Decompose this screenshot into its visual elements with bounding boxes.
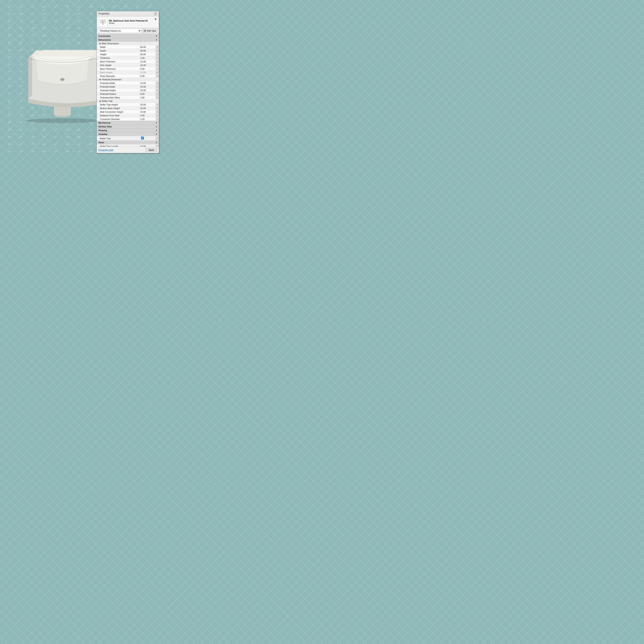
item-name: RD_Bathroom Sink Semi Pedestal 02 — [109, 20, 152, 22]
prop-row-bottom-body-height: Bottom Body Height 15.00 ▪ — [97, 106, 159, 110]
wall-connection-height-label: Wall Connection Height — [97, 110, 139, 114]
visibility-row-bottle-trap: Bottle Trap ▪ — [97, 136, 159, 140]
bottle-trap-height-side-btn[interactable]: ▪ — [156, 103, 159, 106]
connector-diameter-label: Connector Diameter — [97, 118, 139, 121]
bottle-trap-checkbox-container[interactable] — [139, 136, 156, 140]
pedestal-dim-arrow: ▶ — [100, 78, 101, 81]
depth-side-btn[interactable]: ▪ — [156, 49, 159, 52]
constraints-collapse-icon: ⬆ — [156, 35, 157, 37]
pedestal-wall-offset-label: Pedestal Wall Offset — [97, 96, 139, 99]
other-label: Other — [98, 141, 104, 144]
subsection-main-dimensions[interactable]: ▶ Main Dimensions — [97, 42, 159, 45]
item-subtitle: White — [109, 22, 152, 24]
pedestal-height-side-btn[interactable]: ▪ — [156, 89, 159, 92]
panel-scroll-area[interactable]: Constraints ⬆ Dimensions ⬆ ▶ Main Dimens… — [97, 34, 159, 147]
apply-button[interactable]: Apply — [146, 148, 157, 152]
pedestal-depth-side-btn[interactable]: ▪ — [156, 85, 159, 88]
bottle-trap-length-side-btn[interactable]: ▪ — [156, 144, 159, 147]
pedestal-depth-label: Pedestal Depth — [97, 85, 139, 88]
pedestal-width-side-btn[interactable]: ▪ — [156, 81, 159, 85]
panel-dropdown-arrow[interactable]: ▼ — [154, 18, 157, 21]
drain-diameter-label: Drain Diameter — [97, 74, 139, 78]
identity-data-label: Identity Data — [98, 125, 112, 128]
properties-help-link[interactable]: Properties help — [98, 149, 113, 151]
sink-height-side-btn[interactable]: ▪ — [156, 63, 159, 67]
subsection-bottle-trap[interactable]: ▶ Bottle Trap — [97, 99, 159, 103]
basin-height-label: Basin Height — [97, 71, 139, 74]
subsection-pedestal-dimension[interactable]: ▶ Pedestal Dimension — [97, 78, 159, 81]
svg-rect-12 — [102, 23, 104, 25]
bottle-trap-vis-label: Bottle Trap — [97, 137, 139, 140]
panel-title: Properties — [98, 12, 109, 15]
phasing-collapse-icon: ⬇ — [156, 129, 157, 132]
prop-row-drain-diameter: Drain Diameter 6.00 ▪ — [97, 74, 159, 78]
prop-row-pedestal-depth: Pedestal Depth 25.00 ▪ — [97, 85, 159, 88]
drain-diameter-side-btn[interactable]: ▪ — [156, 74, 159, 78]
sink-height-value: 15.00 — [139, 64, 156, 67]
dimensions-collapse-icon: ⬆ — [156, 39, 157, 41]
properties-panel: Properties × RD_Bathroom Sink Semi Pedes… — [97, 11, 159, 153]
thickness-side-btn[interactable]: ▪ — [156, 56, 159, 60]
section-other[interactable]: Other ⬆ — [97, 140, 159, 144]
depth-value: 48.00 — [139, 49, 156, 52]
distance-from-wall-side-btn[interactable]: ▪ — [156, 114, 159, 117]
prop-row-back-thickness: Back Thickness 12.00 ▪ — [97, 60, 159, 63]
prop-row-distance-from-wall: Distance From Wall 0.00 ▪ — [97, 114, 159, 117]
prop-row-bottle-trap-length: Bottle Trap Length 16.00 ▪ — [97, 144, 159, 147]
basin-height-side-btn[interactable]: ▪ — [156, 71, 159, 74]
bottle-trap-height-value: 25.50 — [139, 103, 156, 106]
mechanical-label: Mechanical — [98, 122, 110, 124]
constraints-label: Constraints — [98, 35, 111, 37]
section-constraints[interactable]: Constraints ⬆ — [97, 34, 159, 38]
prop-row-basin-height: Basin Height 12.00 ▪ — [97, 70, 159, 74]
close-button[interactable]: × — [154, 12, 157, 15]
prop-row-depth: Depth 48.00 ▪ — [97, 49, 159, 52]
basin-height-value: 12.00 — [139, 71, 156, 74]
wall-connection-height-side-btn[interactable]: ▪ — [156, 110, 159, 114]
pedestal-wall-offset-side-btn[interactable]: ▪ — [156, 96, 159, 99]
sink-height-label: Sink Height — [97, 64, 139, 67]
prop-row-pedestal-height: Pedestal Height 25.00 ▪ — [97, 88, 159, 92]
svg-rect-14 — [145, 30, 146, 31]
svg-rect-13 — [144, 30, 145, 31]
back-thickness-side-btn[interactable]: ▪ — [156, 60, 159, 63]
edit-type-button[interactable]: Edit Type — [142, 29, 158, 33]
panel-title-info: RD_Bathroom Sink Semi Pedestal 02 White — [109, 20, 152, 24]
pedestal-width-value: 22.00 — [139, 82, 156, 85]
panel-header: RD_Bathroom Sink Semi Pedestal 02 White … — [97, 16, 159, 28]
connector-diameter-side-btn[interactable]: ▪ — [156, 117, 159, 121]
edit-type-icon — [143, 29, 146, 32]
width-value: 60.00 — [139, 45, 156, 49]
thickness-label: Thickness — [97, 56, 139, 60]
svg-rect-16 — [145, 31, 146, 32]
panel-dropdown-row: Plumbing Fixtures (1) Edit Type — [97, 28, 159, 34]
section-mechanical[interactable]: Mechanical ⬇ — [97, 121, 159, 125]
section-identity-data[interactable]: Identity Data ⬇ — [97, 125, 159, 128]
dimensions-label: Dimensions — [98, 39, 111, 41]
bottle-trap-vis-side-btn[interactable]: ▪ — [156, 136, 159, 140]
bottom-body-height-side-btn[interactable]: ▪ — [156, 106, 159, 110]
width-side-btn[interactable]: ▪ — [156, 45, 159, 49]
bottom-body-height-value: 15.00 — [139, 107, 156, 110]
phasing-label: Phasing — [98, 129, 107, 132]
distance-from-wall-label: Distance From Wall — [97, 114, 139, 117]
svg-point-11 — [102, 22, 104, 23]
pedestal-radius-side-btn[interactable]: ▪ — [156, 92, 159, 96]
bottle-trap-checkbox[interactable] — [141, 137, 144, 139]
drain-diameter-value: 6.00 — [139, 74, 156, 78]
section-phasing[interactable]: Phasing ⬇ — [97, 128, 159, 132]
panel-footer: Properties help Apply — [97, 147, 159, 153]
visibility-label: Visibility — [98, 133, 107, 135]
section-dimensions[interactable]: Dimensions ⬆ — [97, 38, 159, 42]
back-thickness-value: 12.00 — [139, 60, 156, 63]
wall-connection-height-value: 10.00 — [139, 110, 156, 114]
section-visibility[interactable]: Visibility ⬆ — [97, 132, 159, 136]
pedestal-width-label: Pedestal Width — [97, 82, 139, 85]
other-collapse-icon: ⬆ — [156, 141, 157, 144]
height-side-btn[interactable]: ▪ — [156, 53, 159, 56]
bottom-body-height-label: Bottom Body Height — [97, 107, 139, 110]
base-thickness-side-btn[interactable]: ▪ — [156, 67, 159, 70]
connector-diameter-value: 3.20 — [139, 118, 156, 121]
type-selector[interactable]: Plumbing Fixtures (1) — [98, 29, 141, 33]
prop-row-wall-connection-height: Wall Connection Height 10.00 ▪ — [97, 110, 159, 114]
